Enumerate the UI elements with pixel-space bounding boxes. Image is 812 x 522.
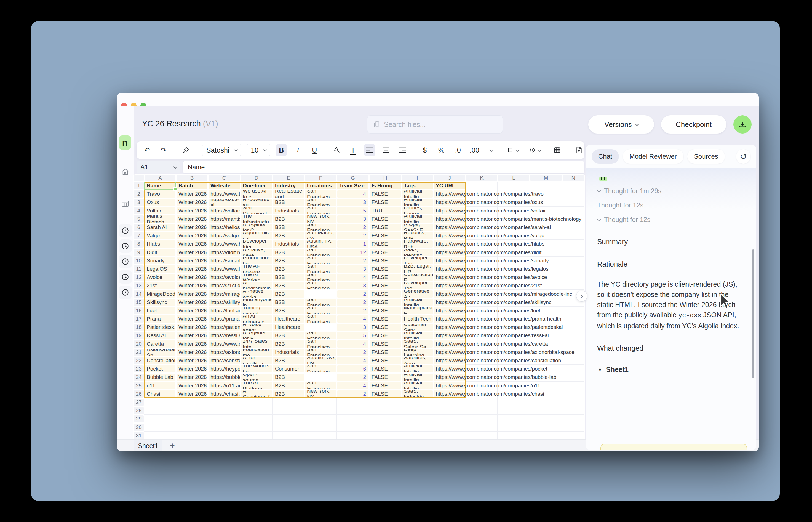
cell[interactable]: [562, 398, 584, 406]
cell[interactable]: [272, 398, 305, 406]
cell[interactable]: [272, 406, 305, 415]
cell[interactable]: 4: [337, 273, 369, 281]
cell[interactable]: [208, 431, 240, 439]
cell[interactable]: Consumer: [272, 365, 305, 373]
cell[interactable]: B2B; Legal; HR: [401, 265, 433, 273]
cell[interactable]: San Francisco,: [305, 315, 337, 323]
row-header[interactable]: 21: [133, 348, 144, 357]
row-header[interactable]: 28: [133, 406, 144, 415]
cell[interactable]: San Francisco,: [305, 365, 337, 373]
cell[interactable]: 2: [337, 223, 369, 232]
cell[interactable]: [498, 182, 530, 190]
home-icon[interactable]: [119, 165, 132, 179]
chat-scrollbar[interactable]: [752, 249, 754, 378]
cell[interactable]: FALSE: [369, 240, 401, 248]
cell[interactable]: B2B: [272, 298, 305, 306]
cell[interactable]: https://www.ycombinator.com/companies/hl…: [433, 240, 466, 248]
cell[interactable]: Deep Learning: [401, 348, 433, 357]
cell-reference-box[interactable]: A1: [137, 161, 180, 173]
cell[interactable]: Artificial Intellig: [401, 332, 433, 340]
cell[interactable]: Winter 2026: [176, 315, 208, 323]
cell[interactable]: FALSE: [369, 323, 401, 332]
cell[interactable]: FALSE: [369, 365, 401, 373]
cell[interactable]: B2B: [272, 273, 305, 281]
cell[interactable]: [272, 423, 305, 431]
cell[interactable]: Production-bu: [240, 257, 272, 265]
cell[interactable]: https://www.ycombinator.com/companies/ax…: [433, 348, 466, 357]
cell[interactable]: Constellation: [144, 357, 176, 365]
row-header[interactable]: 3: [133, 198, 144, 206]
cell[interactable]: https://www.tra: [208, 190, 240, 198]
cell[interactable]: https://patientc: [208, 323, 240, 332]
cell[interactable]: Drones; Energy: [401, 207, 433, 215]
cell[interactable]: [176, 398, 208, 406]
cell[interactable]: [272, 431, 305, 439]
cell[interactable]: [208, 423, 240, 431]
cell[interactable]: [562, 248, 584, 257]
cell[interactable]: The world’s be: [240, 365, 272, 373]
cell[interactable]: [498, 415, 530, 423]
cell[interactable]: Austin, TX, USA: [305, 240, 337, 248]
row-header[interactable]: 10: [133, 257, 144, 265]
cell[interactable]: o11: [144, 382, 176, 390]
cell[interactable]: [562, 365, 584, 373]
cell[interactable]: San Francisco,: [305, 348, 337, 357]
cell[interactable]: [176, 406, 208, 415]
cell[interactable]: Turning everyd: [240, 306, 272, 315]
cell[interactable]: B2B: [272, 223, 305, 232]
cell[interactable]: [562, 406, 584, 415]
font-size-select[interactable]: 10: [247, 144, 270, 157]
grid-corner[interactable]: [133, 174, 144, 182]
cell[interactable]: 1: [337, 240, 369, 248]
underline-button[interactable]: U: [309, 144, 320, 156]
insert-button[interactable]: [529, 144, 541, 156]
cell[interactable]: Winter 2026: [176, 365, 208, 373]
chat-transcript[interactable]: Thought for 1m 29sThought for 12sThought…: [586, 168, 756, 386]
cell[interactable]: Name: [144, 182, 176, 190]
cell[interactable]: AI Concierge f: [240, 390, 272, 398]
cell[interactable]: FALSE: [369, 382, 401, 390]
cell[interactable]: An AI primary c: [240, 315, 272, 323]
cell[interactable]: FALSE: [369, 357, 401, 365]
cell[interactable]: B2B: [272, 340, 305, 348]
cell[interactable]: Winter 2026: [176, 215, 208, 223]
collapse-panel-button[interactable]: ›: [576, 290, 587, 302]
cell[interactable]: [530, 406, 562, 415]
column-header[interactable]: H: [369, 174, 401, 182]
cell[interactable]: https://www.leg: [208, 265, 240, 273]
cell[interactable]: [466, 406, 498, 415]
row-header[interactable]: 7: [133, 232, 144, 240]
cell[interactable]: [466, 431, 498, 439]
cell[interactable]: [208, 398, 240, 406]
cell[interactable]: We use AI to c: [240, 190, 272, 198]
cell[interactable]: FALSE: [369, 373, 401, 381]
cell[interactable]: [240, 415, 272, 423]
cell[interactable]: Sonarly: [144, 257, 176, 265]
cell[interactable]: Healthcare: [272, 323, 305, 332]
cell[interactable]: Winter 2026: [176, 357, 208, 365]
cell[interactable]: B2B: [272, 265, 305, 273]
cell[interactable]: Winter 2026: [176, 382, 208, 390]
column-header[interactable]: B: [176, 174, 208, 182]
row-header[interactable]: 5: [133, 215, 144, 223]
cell[interactable]: B2B: [272, 357, 305, 365]
cell[interactable]: [401, 398, 433, 406]
cell[interactable]: Generative AI;: [401, 290, 433, 298]
cell[interactable]: [433, 398, 466, 406]
cell[interactable]: San Francisco,: [305, 298, 337, 306]
cell[interactable]: [369, 406, 401, 415]
cell[interactable]: Industrials: [272, 240, 305, 248]
cell[interactable]: [401, 423, 433, 431]
cell[interactable]: [305, 423, 337, 431]
cell[interactable]: Team Size: [337, 182, 369, 190]
cell[interactable]: https://www.ycombinator.com/companies/po…: [433, 365, 466, 373]
cell[interactable]: San Francisco,: [305, 248, 337, 257]
column-header[interactable]: D: [240, 174, 272, 182]
cell[interactable]: 4: [337, 382, 369, 390]
cell[interactable]: Healthcare: [272, 315, 305, 323]
cell[interactable]: FALSE: [369, 281, 401, 290]
cell[interactable]: AIOps; SaaS; E: [401, 223, 433, 232]
cell[interactable]: 2: [337, 390, 369, 398]
cell[interactable]: Self Charging I: [240, 207, 272, 215]
cell[interactable]: FALSE: [369, 232, 401, 240]
